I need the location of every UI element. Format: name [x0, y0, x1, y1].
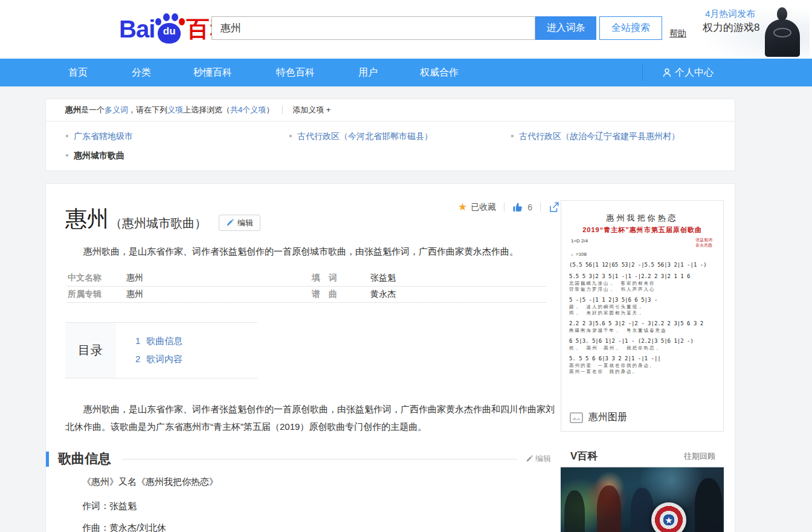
info-value: 张益魁 [370, 273, 396, 284]
info-label: 中文名称 [68, 273, 126, 284]
sense-option-city-song-current: 惠州城市歌曲 [66, 151, 124, 161]
album-sheet-music-image[interactable]: 惠州我把你热恋 2019“青主杯”惠州市第五届原创歌曲 1=D 2/4 张益魁词… [561, 200, 724, 432]
movie-figure [564, 490, 585, 532]
info-label: 填 词 [312, 273, 370, 284]
favorited-label[interactable]: 已收藏 [471, 202, 496, 213]
help-link[interactable]: 帮助 [669, 28, 686, 39]
captain-shield-icon: ★ [651, 502, 686, 532]
edit-button-label: 编辑 [237, 218, 253, 229]
nav-item-authority[interactable]: 权威合作 [420, 59, 459, 86]
promo-line2: 权力的游戏8 [703, 21, 759, 34]
logo-text-bai: Bai [119, 16, 155, 43]
edit-section-link[interactable]: 编辑 [526, 453, 551, 464]
disambiguation-notice: 惠州是一个多义词，请在下列义项上选择浏览（共4个义项） 添加义项 + [46, 99, 735, 122]
entry-card: ★ 已收藏 6 0 惠州 （惠州城市歌曲） 编辑 惠州歌曲，是山东省作家、词作者… [45, 183, 735, 532]
bullet-icon [66, 135, 68, 137]
nav-item-miaodong[interactable]: 秒懂百科 [193, 59, 232, 86]
basic-info-table: 中文名称惠州 填 词张益魁 所属专辑惠州 谱 曲黄永杰 [68, 270, 546, 303]
hot-word-promo-banner[interactable]: 4月热词发布 权力的游戏8 [701, 6, 810, 57]
edit-entry-button[interactable]: 编辑 [219, 215, 260, 231]
section-accent-bar [46, 452, 49, 467]
toc-item-lyrics[interactable]: 2歌词内容 [135, 350, 182, 368]
actions-divider [540, 203, 541, 212]
sense-option-hebei[interactable]: 古代行政区（今河北省邯郸市磁县） [289, 131, 433, 142]
toc-item-song-info[interactable]: 1歌曲信息 [135, 332, 182, 350]
movie-figure [695, 478, 723, 532]
entry-title: 惠州 [65, 204, 109, 234]
senses-link[interactable]: 义项 [167, 105, 183, 115]
edit-section-label: 编辑 [535, 453, 551, 464]
info-label: 所属专辑 [68, 289, 126, 300]
entry-body-paragraph: 惠州歌曲，是山东省作家、词作者张益魁创作的一首原创歌曲，由张益魁作词，广西作曲家… [65, 400, 556, 435]
disambiguation-term: 惠州 [65, 105, 81, 115]
album-caption-link[interactable]: 惠州图册 [570, 411, 627, 424]
sheet-key-meter: 1=D 2/4 [571, 238, 588, 244]
composer-line: 作曲：黄永杰/刘北休 [82, 522, 166, 532]
bullet-icon [511, 135, 514, 137]
nav-item-home[interactable]: 首页 [68, 59, 88, 86]
actions-divider [504, 203, 504, 212]
info-row: 中文名称惠州 填 词张益魁 [68, 270, 546, 287]
polysemy-link[interactable]: 多义词 [105, 105, 128, 115]
sense-option-liaoning[interactable]: 古代行政区（故治今辽宁省建平县惠州村） [511, 131, 680, 142]
vbaike-header: V百科 往期回顾 [561, 446, 724, 467]
vbaike-past-review-link[interactable]: 往期回顾 [684, 451, 715, 462]
table-of-contents: 目录 1歌曲信息 2歌词内容 [65, 322, 257, 378]
promo-character-image [759, 6, 806, 57]
section-divider-line [122, 459, 517, 459]
sheet-tempo: ♩=108 [571, 251, 587, 257]
baidu-paw-icon: du [155, 13, 185, 45]
toc-title: 目录 [65, 323, 116, 378]
disambiguation-card: 惠州是一个多义词，请在下列义项上选择浏览（共4个义项） 添加义项 + 广东省辖地… [45, 99, 735, 171]
search-input[interactable] [211, 16, 535, 40]
notice-text: 是一个 [81, 105, 105, 115]
info-value: 惠州 [126, 289, 143, 300]
person-icon [663, 68, 671, 77]
sheet-credits: 张益魁词 黄永杰曲 [695, 237, 712, 248]
sheet-subtitle: 2019“青主杯”惠州市第五届原创歌曲 [561, 225, 723, 235]
share-icon[interactable] [549, 202, 559, 213]
notice-text: ，请在下列 [128, 105, 167, 115]
promo-line1: 4月热词发布 [705, 8, 755, 20]
add-sense-link[interactable]: 添加义项 + [292, 105, 330, 115]
movie-figure [631, 488, 654, 532]
notice-text: 上选择浏览（ [183, 105, 230, 115]
info-row: 所属专辑惠州 谱 曲黄永杰 [68, 287, 546, 303]
vbaike-title: V百科 [570, 449, 598, 463]
user-center-link[interactable]: 个人中心 [663, 59, 714, 86]
info-value: 黄永杰 [370, 289, 396, 300]
main-nav: 首页 分类 秒懂百科 特色百科 用户 权威合作 个人中心 [0, 59, 812, 86]
site-header: Bai du 百科 进入词条 全站搜索 帮助 4月热词发布 权力的游戏8 [0, 0, 812, 59]
song-alias-line: 《惠州》又名《惠州我把你热恋》 [82, 476, 218, 488]
site-search-button[interactable]: 全站搜索 [599, 16, 662, 40]
like-count: 6 [527, 203, 532, 212]
entry-title-row: 惠州 （惠州城市歌曲） 编辑 [65, 204, 260, 234]
info-label: 谱 曲 [312, 289, 370, 300]
entry-actions: ★ 已收藏 6 0 [458, 201, 569, 213]
favorite-star-icon[interactable]: ★ [458, 201, 467, 213]
movie-figure [597, 485, 621, 532]
nav-item-users[interactable]: 用户 [358, 59, 378, 86]
enter-entry-button[interactable]: 进入词条 [535, 16, 596, 40]
logo-text-du: du [158, 25, 181, 37]
sense-option-guangdong[interactable]: 广东省辖地级市 [66, 131, 133, 142]
section-title: 歌曲信息 [58, 450, 111, 468]
nav-item-featured[interactable]: 特色百科 [276, 59, 315, 86]
notice-text: ） [266, 105, 274, 115]
sheet-notation: (5.5 56|1 12|65 53|2 -|5.5 56|3 2|1 -|1 … [569, 261, 717, 378]
lyricist-line: 作词：张益魁 [82, 501, 137, 512]
nav-item-category[interactable]: 分类 [132, 59, 151, 86]
baidu-baike-page: Bai du 百科 进入词条 全站搜索 帮助 4月热词发布 权力的游戏8 首页 … [0, 0, 812, 532]
entry-summary: 惠州歌曲，是山东省作家、词作者张益魁创作的一首原创城市歌曲，由张益魁作词，广西作… [65, 243, 544, 260]
notice-divider [282, 106, 283, 114]
nav-divider [642, 64, 643, 81]
section-header-song-info: 歌曲信息 编辑 [46, 450, 553, 467]
picture-icon [570, 412, 583, 423]
album-caption-label: 惠州图册 [588, 411, 627, 424]
info-value: 惠州 [126, 273, 143, 284]
like-thumb-icon[interactable] [512, 202, 523, 213]
vbaike-feature-image[interactable]: ★ [561, 467, 724, 532]
user-center-label: 个人中心 [675, 59, 714, 86]
sheet-title: 惠州我把你热恋 [561, 213, 723, 224]
sense-count-link[interactable]: 共4个义项 [230, 105, 266, 115]
